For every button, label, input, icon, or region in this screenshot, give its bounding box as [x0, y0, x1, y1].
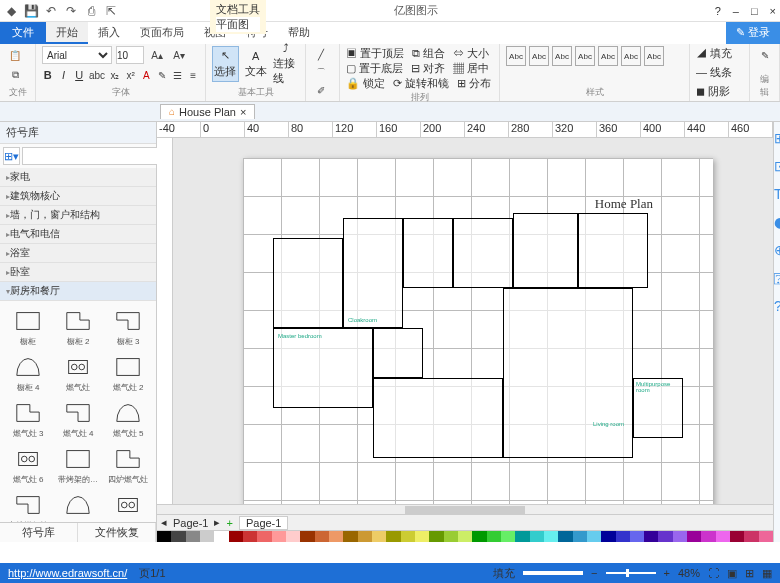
- color-swatch[interactable]: [286, 531, 300, 542]
- shape-item[interactable]: 四炉燃气灶: [104, 443, 152, 487]
- status-url[interactable]: http://www.edrawsoft.cn/: [8, 567, 127, 579]
- category-item[interactable]: 建筑物核心: [0, 187, 156, 206]
- color-swatch[interactable]: [171, 531, 185, 542]
- paste-icon[interactable]: 📋: [6, 46, 24, 64]
- page-nav-label[interactable]: Page-1: [173, 517, 208, 529]
- shape-item[interactable]: 橱柜 2: [54, 305, 102, 349]
- center-btn[interactable]: ▦ 居中: [453, 61, 489, 76]
- export-icon[interactable]: ⇱: [104, 4, 118, 18]
- copy-icon[interactable]: ⧉: [6, 66, 24, 84]
- line-btn[interactable]: — 线条: [696, 65, 743, 80]
- pen-tool-icon[interactable]: ✐: [312, 81, 330, 99]
- shape-item[interactable]: 燃气灶 4: [54, 397, 102, 441]
- color-swatch[interactable]: [573, 531, 587, 542]
- shape-item[interactable]: 六炉煤气灶: [4, 489, 52, 522]
- color-swatch[interactable]: [487, 531, 501, 542]
- style-preset[interactable]: Abc: [575, 46, 595, 66]
- color-palette[interactable]: [157, 530, 773, 542]
- document-tab[interactable]: House Plan×: [160, 104, 255, 119]
- page-nav-prev[interactable]: ◂: [161, 516, 167, 529]
- style-preset[interactable]: Abc: [552, 46, 572, 66]
- color-swatch[interactable]: [730, 531, 744, 542]
- color-swatch[interactable]: [214, 531, 228, 542]
- align-icon[interactable]: ≡: [187, 66, 199, 84]
- tab-help[interactable]: 帮助: [278, 22, 320, 44]
- sidepanel-icon[interactable]: ⊞: [774, 130, 780, 148]
- page-add[interactable]: +: [226, 517, 232, 529]
- color-swatch[interactable]: [759, 531, 773, 542]
- undo-icon[interactable]: ↶: [44, 4, 58, 18]
- sub-icon[interactable]: x₂: [109, 66, 121, 84]
- color-swatch[interactable]: [186, 531, 200, 542]
- page[interactable]: Home Plan Cloakroom Master bedroom Livin…: [243, 158, 713, 504]
- style-preset[interactable]: Abc: [644, 46, 664, 66]
- bullet-icon[interactable]: ☰: [172, 66, 184, 84]
- font-color-icon[interactable]: A: [140, 66, 152, 84]
- login-button[interactable]: ✎ 登录: [726, 22, 780, 44]
- symlib-menu-icon[interactable]: ⊞▾: [3, 147, 20, 165]
- zoom-level[interactable]: 48%: [678, 567, 700, 579]
- shape-item[interactable]: 燃气灶 2: [104, 351, 152, 395]
- close-icon[interactable]: ×: [770, 5, 776, 17]
- sidepanel-icon[interactable]: ◐: [774, 214, 780, 232]
- style-preset[interactable]: Abc: [529, 46, 549, 66]
- fill-btn[interactable]: ◢ 填充: [696, 46, 743, 61]
- font-shrink-icon[interactable]: A▾: [170, 46, 188, 64]
- line-tool-icon[interactable]: ╱: [312, 46, 330, 64]
- style-preset[interactable]: Abc: [621, 46, 641, 66]
- bold-icon[interactable]: B: [42, 66, 54, 84]
- category-item[interactable]: 墙，门，窗户和结构: [0, 206, 156, 225]
- group-btn[interactable]: ⧉ 组合: [412, 46, 445, 61]
- color-swatch[interactable]: [429, 531, 443, 542]
- color-swatch[interactable]: [530, 531, 544, 542]
- shape-item[interactable]: 带烤架的…: [54, 443, 102, 487]
- color-swatch[interactable]: [343, 531, 357, 542]
- tab-close-icon[interactable]: ×: [240, 106, 246, 118]
- shape-item[interactable]: Gas range: [104, 489, 152, 522]
- scrollbar-horizontal[interactable]: [157, 504, 773, 514]
- connector-tool[interactable]: ⤴连接线: [273, 46, 299, 82]
- fit-icon[interactable]: ⛶: [708, 567, 719, 579]
- category-item[interactable]: 卧室: [0, 263, 156, 282]
- lock-btn[interactable]: 🔒 锁定: [346, 76, 385, 91]
- page-tab[interactable]: Page-1: [239, 516, 288, 530]
- maximize-icon[interactable]: □: [751, 5, 758, 17]
- color-swatch[interactable]: [315, 531, 329, 542]
- symlib-search-input[interactable]: [22, 147, 162, 165]
- rotate-btn[interactable]: ⟳ 旋转和镜: [393, 76, 449, 91]
- color-swatch[interactable]: [386, 531, 400, 542]
- fit-icon[interactable]: ▣: [727, 567, 737, 580]
- style-preset[interactable]: Abc: [598, 46, 618, 66]
- shadow-btn[interactable]: ◼ 阴影: [696, 84, 743, 99]
- style-preset[interactable]: Abc: [506, 46, 526, 66]
- color-swatch[interactable]: [701, 531, 715, 542]
- font-select[interactable]: Arial: [42, 46, 112, 64]
- color-swatch[interactable]: [687, 531, 701, 542]
- color-swatch[interactable]: [716, 531, 730, 542]
- text-tool[interactable]: A文本: [243, 46, 269, 82]
- size-btn[interactable]: ⇔ 大小: [453, 46, 489, 61]
- color-swatch[interactable]: [257, 531, 271, 542]
- shape-item[interactable]: 燃气灶: [54, 351, 102, 395]
- sidepanel-icon[interactable]: ?: [774, 298, 780, 316]
- color-swatch[interactable]: [157, 531, 171, 542]
- color-swatch[interactable]: [415, 531, 429, 542]
- zoom-in-icon[interactable]: +: [664, 567, 670, 579]
- color-swatch[interactable]: [300, 531, 314, 542]
- color-swatch[interactable]: [272, 531, 286, 542]
- color-swatch[interactable]: [587, 531, 601, 542]
- status-fill[interactable]: 填充: [493, 566, 515, 581]
- color-swatch[interactable]: [458, 531, 472, 542]
- shape-item[interactable]: 燃气灶 6: [4, 443, 52, 487]
- font-grow-icon[interactable]: A▴: [148, 46, 166, 64]
- color-swatch[interactable]: [515, 531, 529, 542]
- redo-icon[interactable]: ↷: [64, 4, 78, 18]
- color-swatch[interactable]: [658, 531, 672, 542]
- color-swatch[interactable]: [472, 531, 486, 542]
- font-size[interactable]: [116, 46, 144, 64]
- color-swatch[interactable]: [200, 531, 214, 542]
- zoom-out-icon[interactable]: −: [591, 567, 597, 579]
- sidepanel-icon[interactable]: T: [774, 186, 780, 204]
- page-nav-next[interactable]: ▸: [214, 516, 220, 529]
- color-swatch[interactable]: [558, 531, 572, 542]
